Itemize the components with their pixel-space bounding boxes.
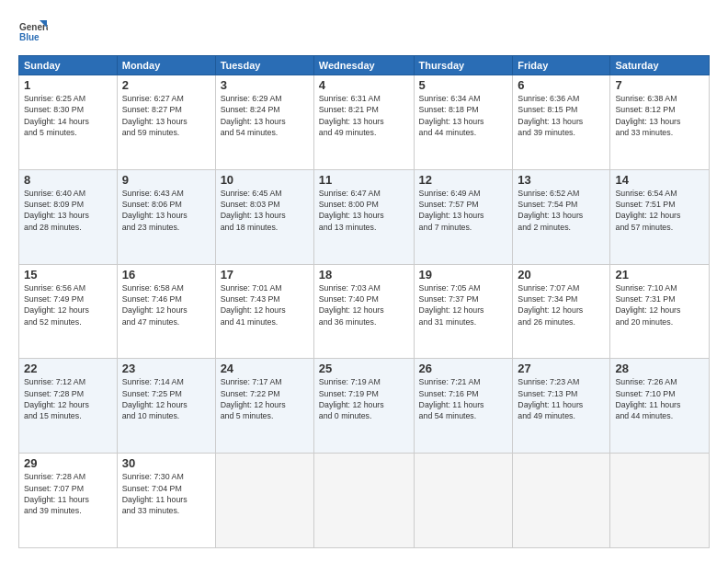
calendar-cell: 17Sunrise: 7:01 AM Sunset: 7:43 PM Dayli… [215,264,313,359]
col-header-monday: Monday [117,56,215,75]
day-info: Sunrise: 7:12 AM Sunset: 7:28 PM Dayligh… [24,376,112,421]
day-number: 26 [419,362,508,375]
day-info: Sunrise: 6:29 AM Sunset: 8:24 PM Dayligh… [221,93,309,138]
day-info: Sunrise: 6:34 AM Sunset: 8:18 PM Dayligh… [419,93,508,138]
calendar-cell [513,454,610,548]
logo: General Blue [18,18,48,48]
day-number: 24 [221,362,309,375]
day-number: 11 [319,173,409,187]
day-info: Sunrise: 6:40 AM Sunset: 8:09 PM Dayligh… [24,188,112,233]
calendar-cell: 6Sunrise: 6:36 AM Sunset: 8:15 PM Daylig… [513,75,610,170]
col-header-thursday: Thursday [414,56,513,75]
calendar-cell: 26Sunrise: 7:21 AM Sunset: 7:16 PM Dayli… [414,359,513,454]
week-row-2: 8Sunrise: 6:40 AM Sunset: 8:09 PM Daylig… [19,169,710,264]
day-info: Sunrise: 7:07 AM Sunset: 7:34 PM Dayligh… [518,282,605,327]
day-info: Sunrise: 6:36 AM Sunset: 8:15 PM Dayligh… [518,93,605,138]
day-info: Sunrise: 7:03 AM Sunset: 7:40 PM Dayligh… [319,282,409,327]
calendar-cell: 15Sunrise: 6:56 AM Sunset: 7:49 PM Dayli… [19,264,118,359]
col-header-tuesday: Tuesday [215,56,313,75]
day-info: Sunrise: 7:26 AM Sunset: 7:10 PM Dayligh… [615,376,704,421]
calendar-cell: 30Sunrise: 7:30 AM Sunset: 7:04 PM Dayli… [117,454,215,548]
day-number: 2 [122,78,210,92]
day-number: 22 [24,362,112,375]
day-info: Sunrise: 6:45 AM Sunset: 8:03 PM Dayligh… [221,188,309,233]
day-number: 28 [615,362,704,375]
day-info: Sunrise: 6:56 AM Sunset: 7:49 PM Dayligh… [24,282,112,327]
calendar-cell: 8Sunrise: 6:40 AM Sunset: 8:09 PM Daylig… [19,169,118,264]
svg-text:Blue: Blue [19,32,40,42]
day-number: 17 [221,268,309,282]
calendar-table: SundayMondayTuesdayWednesdayThursdayFrid… [18,55,710,548]
day-info: Sunrise: 6:58 AM Sunset: 7:46 PM Dayligh… [122,282,210,327]
day-info: Sunrise: 6:31 AM Sunset: 8:21 PM Dayligh… [319,93,409,138]
calendar-header-row: SundayMondayTuesdayWednesdayThursdayFrid… [19,56,710,75]
calendar-cell: 22Sunrise: 7:12 AM Sunset: 7:28 PM Dayli… [19,359,118,454]
day-number: 12 [419,173,508,187]
calendar-cell: 20Sunrise: 7:07 AM Sunset: 7:34 PM Dayli… [513,264,610,359]
day-info: Sunrise: 7:23 AM Sunset: 7:13 PM Dayligh… [518,376,605,421]
day-info: Sunrise: 7:01 AM Sunset: 7:43 PM Dayligh… [221,282,309,327]
day-number: 8 [24,173,112,187]
day-number: 16 [122,268,210,282]
day-number: 3 [221,78,309,92]
calendar-cell: 24Sunrise: 7:17 AM Sunset: 7:22 PM Dayli… [215,359,313,454]
week-row-4: 22Sunrise: 7:12 AM Sunset: 7:28 PM Dayli… [19,359,710,454]
day-number: 19 [419,268,508,282]
day-info: Sunrise: 7:10 AM Sunset: 7:31 PM Dayligh… [615,282,704,327]
day-info: Sunrise: 7:28 AM Sunset: 7:07 PM Dayligh… [24,471,112,516]
col-header-sunday: Sunday [19,56,118,75]
calendar-cell: 10Sunrise: 6:45 AM Sunset: 8:03 PM Dayli… [215,169,313,264]
calendar-cell: 9Sunrise: 6:43 AM Sunset: 8:06 PM Daylig… [117,169,215,264]
day-info: Sunrise: 6:54 AM Sunset: 7:51 PM Dayligh… [615,188,704,233]
calendar-cell: 1Sunrise: 6:25 AM Sunset: 8:30 PM Daylig… [19,75,118,170]
day-number: 21 [615,268,704,282]
day-info: Sunrise: 6:27 AM Sunset: 8:27 PM Dayligh… [122,93,210,138]
day-number: 13 [518,173,605,187]
day-info: Sunrise: 7:05 AM Sunset: 7:37 PM Dayligh… [419,282,508,327]
day-info: Sunrise: 7:17 AM Sunset: 7:22 PM Dayligh… [221,376,309,421]
calendar-cell: 28Sunrise: 7:26 AM Sunset: 7:10 PM Dayli… [610,359,710,454]
day-info: Sunrise: 7:21 AM Sunset: 7:16 PM Dayligh… [419,376,508,421]
day-number: 30 [122,456,210,470]
calendar-cell: 25Sunrise: 7:19 AM Sunset: 7:19 PM Dayli… [313,359,414,454]
day-number: 27 [518,362,605,375]
day-number: 23 [122,362,210,375]
day-number: 10 [221,173,309,187]
day-number: 29 [24,456,112,470]
calendar-cell: 12Sunrise: 6:49 AM Sunset: 7:57 PM Dayli… [414,169,513,264]
calendar-cell: 14Sunrise: 6:54 AM Sunset: 7:51 PM Dayli… [610,169,710,264]
day-number: 4 [319,78,409,92]
day-number: 14 [615,173,704,187]
calendar-cell: 4Sunrise: 6:31 AM Sunset: 8:21 PM Daylig… [313,75,414,170]
calendar-cell [610,454,710,548]
week-row-5: 29Sunrise: 7:28 AM Sunset: 7:07 PM Dayli… [19,454,710,548]
calendar-cell [215,454,313,548]
day-number: 18 [319,268,409,282]
day-number: 6 [518,78,605,92]
day-info: Sunrise: 6:38 AM Sunset: 8:12 PM Dayligh… [615,93,704,138]
calendar-cell [414,454,513,548]
col-header-wednesday: Wednesday [313,56,414,75]
day-info: Sunrise: 6:49 AM Sunset: 7:57 PM Dayligh… [419,188,508,233]
day-info: Sunrise: 6:47 AM Sunset: 8:00 PM Dayligh… [319,188,409,233]
day-info: Sunrise: 6:25 AM Sunset: 8:30 PM Dayligh… [24,93,112,138]
calendar-cell: 2Sunrise: 6:27 AM Sunset: 8:27 PM Daylig… [117,75,215,170]
calendar-cell: 5Sunrise: 6:34 AM Sunset: 8:18 PM Daylig… [414,75,513,170]
calendar-cell: 7Sunrise: 6:38 AM Sunset: 8:12 PM Daylig… [610,75,710,170]
calendar-cell: 18Sunrise: 7:03 AM Sunset: 7:40 PM Dayli… [313,264,414,359]
page: General Blue SundayMondayTuesdayWednesda… [0,0,728,563]
day-info: Sunrise: 7:30 AM Sunset: 7:04 PM Dayligh… [122,471,210,516]
day-number: 25 [319,362,409,375]
logo-svg: General Blue [18,18,48,48]
day-number: 7 [615,78,704,92]
calendar-cell: 19Sunrise: 7:05 AM Sunset: 7:37 PM Dayli… [414,264,513,359]
calendar-cell: 13Sunrise: 6:52 AM Sunset: 7:54 PM Dayli… [513,169,610,264]
calendar-cell [313,454,414,548]
day-number: 1 [24,78,112,92]
calendar-cell: 21Sunrise: 7:10 AM Sunset: 7:31 PM Dayli… [610,264,710,359]
day-number: 20 [518,268,605,282]
day-number: 15 [24,268,112,282]
calendar-cell: 11Sunrise: 6:47 AM Sunset: 8:00 PM Dayli… [313,169,414,264]
day-info: Sunrise: 6:52 AM Sunset: 7:54 PM Dayligh… [518,188,605,233]
calendar-cell: 3Sunrise: 6:29 AM Sunset: 8:24 PM Daylig… [215,75,313,170]
